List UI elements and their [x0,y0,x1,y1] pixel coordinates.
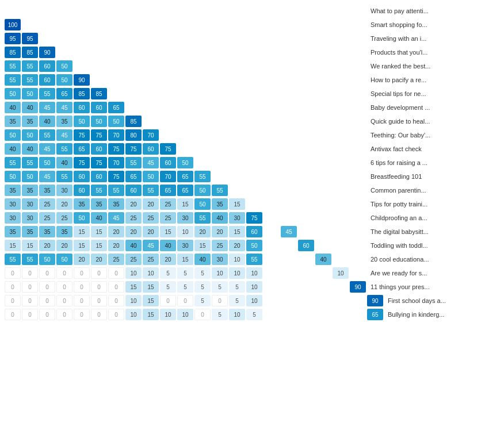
cell-15-6: 45 [108,212,124,224]
cell-14-4: 35 [74,198,90,210]
cell-15-14: 75 [246,212,262,224]
cell-20-4: 0 [74,281,90,293]
cell-11-9: 60 [160,157,176,168]
cell-5-3: 50 [56,74,72,86]
cell-16-15 [264,226,280,237]
cell-17-14: 50 [246,240,262,251]
cell-0-10 [177,5,193,17]
cell-13-11: 50 [194,185,211,196]
cell-6-4: 85 [74,88,90,99]
table-row: 15152020151520404540301525205060Toddling… [5,239,499,252]
cell-empty-13-17 [298,185,314,196]
cell-12-6: 75 [108,171,124,182]
cell-2-0: 95 [5,33,21,44]
cell-8-3: 35 [56,116,72,127]
row-label: Tips for potty traini... [367,201,427,208]
cell-3-0: 85 [5,47,21,58]
cell-11-1: 55 [22,157,38,168]
cell-19-0: 0 [5,267,21,279]
cell-3-5 [91,47,107,58]
cell-7-11 [194,102,211,113]
cell-14-5: 35 [91,198,107,210]
cell-7-3: 45 [56,102,72,113]
cell-9-6: 70 [108,129,124,141]
cell-21-2: 0 [39,295,55,306]
cell-19-7: 10 [125,267,142,279]
cell-10-12 [212,143,228,155]
cell-7-10 [177,102,193,113]
cell-empty-15-20 [350,212,366,224]
cell-empty-6-15 [264,88,280,99]
cell-22-19 [333,309,349,320]
cell-2-13 [229,33,245,44]
cell-empty-3-19 [333,47,349,58]
cell-0-12 [212,5,228,17]
cell-empty-3-20 [350,47,366,58]
cell-19-15 [264,267,280,279]
cell-7-14 [246,102,262,113]
table-row: 0000000101510100510565Bullying in kinder… [5,308,499,321]
cell-empty-11-19 [333,157,349,168]
cell-8-11 [194,116,211,127]
cell-4-9 [160,60,176,72]
cell-16-13: 15 [229,226,245,237]
cell-21-16 [281,295,297,306]
cell-20-3: 0 [56,281,72,293]
cell-11-13 [229,157,245,168]
cell-empty-12-19 [333,171,349,182]
cell-17-7: 40 [125,240,142,251]
cell-empty-11-17 [298,157,314,168]
cell-9-7: 80 [125,129,142,141]
cell-18-5: 20 [91,254,107,265]
cell-2-2 [39,33,55,44]
table-row: 9595Traveling with an i... [5,32,499,45]
cell-7-1: 40 [22,102,38,113]
cell-empty-9-16 [281,129,297,141]
cell-20-7: 15 [125,281,142,293]
cell-empty-8-15 [264,116,280,127]
cell-7-0: 40 [5,102,21,113]
cell-empty-12-18 [315,171,331,182]
cell-6-8 [143,88,159,99]
row-label: Breastfeeding 101 [367,173,422,180]
cell-empty-14-18 [315,198,331,210]
cell-empty-5-15 [264,74,280,86]
cell-1-3 [56,19,72,30]
cell-empty-11-18 [315,157,331,168]
cell-0-0 [5,5,21,17]
cell-empty-0-15 [264,5,280,17]
cell-14-6: 35 [108,198,124,210]
row-label: Bullying in kinderg... [384,311,444,318]
cell-19-10: 5 [177,267,193,279]
cell-16-10: 10 [177,226,193,237]
cell-4-12 [212,60,228,72]
cell-8-1: 35 [22,116,38,127]
cell-3-9 [160,47,176,58]
cell-14-13: 15 [229,198,245,210]
cell-empty-8-17 [298,116,314,127]
cell-empty-13-15 [264,185,280,196]
cell-17-5: 15 [91,240,107,251]
cell-empty-17-19 [333,240,349,251]
table-row: 0000000151555555109011 things your pres.… [5,281,499,293]
cell-5-2: 60 [39,74,55,86]
cell-21-13: 5 [229,295,245,306]
cell-5-12 [212,74,228,86]
cell-8-10 [177,116,193,127]
cell-4-0: 55 [5,60,21,72]
cell-empty-5-17 [298,74,314,86]
cell-20-13: 5 [229,281,245,293]
cell-0-9 [160,5,176,17]
cell-1-8 [143,19,159,30]
cell-15-7: 25 [125,212,142,224]
cell-15-4: 50 [74,212,90,224]
cell-20-11: 5 [194,281,211,293]
cell-2-12 [212,33,228,44]
cell-11-2: 50 [39,157,55,168]
cell-empty-0-19 [333,5,349,17]
cell-empty-7-17 [298,102,314,113]
cell-12-5: 60 [91,171,107,182]
cell-17-9: 40 [160,240,176,251]
cell-19-17 [298,267,314,279]
cell-5-5 [91,74,107,86]
